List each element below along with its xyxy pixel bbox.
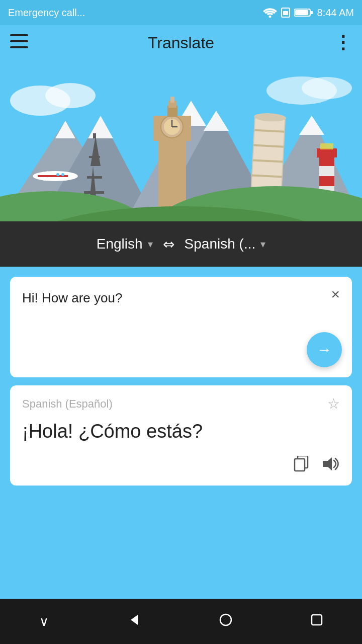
menu-icon[interactable] — [10, 34, 28, 52]
toolbar: Translate ⋮ — [0, 25, 362, 60]
svg-rect-50 — [320, 143, 333, 149]
svg-rect-7 — [10, 40, 28, 42]
svg-rect-28 — [89, 156, 100, 158]
hero-illustration — [0, 60, 362, 221]
output-language-label: Spanish (Español) — [22, 397, 113, 411]
svg-point-56 — [56, 173, 59, 176]
svg-point-13 — [302, 77, 352, 99]
home-nav-icon[interactable] — [219, 613, 233, 630]
svg-point-0 — [268, 16, 271, 18]
status-bar: Emergency call... 8:44 AM — [0, 0, 362, 25]
down-nav-icon[interactable]: ∨ — [39, 614, 49, 629]
speak-button[interactable] — [323, 456, 340, 475]
svg-rect-38 — [170, 97, 174, 103]
source-language-selector[interactable]: English ▾ — [97, 236, 153, 252]
target-language-label: Spanish (... — [185, 236, 256, 252]
sim-icon — [281, 8, 290, 18]
output-actions — [22, 456, 340, 475]
svg-rect-5 — [295, 10, 308, 15]
swap-languages-icon[interactable]: ⇔ — [163, 236, 174, 253]
svg-rect-4 — [311, 11, 313, 14]
svg-rect-62 — [295, 459, 305, 471]
svg-marker-63 — [323, 457, 332, 470]
target-lang-dropdown-icon: ▾ — [260, 238, 265, 250]
svg-rect-29 — [84, 191, 104, 194]
svg-rect-2 — [283, 11, 288, 15]
svg-rect-8 — [10, 46, 28, 48]
status-icons: 8:44 AM — [263, 7, 354, 19]
app-title: Translate — [148, 34, 214, 52]
output-card: Spanish (Español) ☆ ¡Hola! ¿Cómo estás? — [10, 385, 352, 486]
recent-apps-nav-icon[interactable] — [311, 614, 323, 629]
translated-text: ¡Hola! ¿Cómo estás? — [22, 419, 340, 444]
svg-rect-49 — [319, 176, 334, 186]
back-nav-icon[interactable] — [127, 613, 141, 630]
main-area: Hi! How are you? × → Spanish (Español) ☆… — [0, 267, 362, 486]
svg-rect-48 — [319, 156, 334, 166]
svg-rect-66 — [312, 615, 322, 625]
svg-point-65 — [220, 614, 231, 625]
source-lang-dropdown-icon: ▾ — [148, 238, 153, 250]
bottom-nav: ∨ — [0, 599, 362, 644]
language-bar: English ▾ ⇔ Spanish (... ▾ — [0, 221, 362, 267]
source-language-label: English — [97, 236, 143, 252]
svg-rect-6 — [10, 34, 28, 36]
svg-marker-64 — [131, 615, 138, 625]
translate-arrow-icon: → — [317, 341, 332, 358]
svg-point-11 — [45, 83, 96, 108]
svg-rect-27 — [87, 176, 102, 179]
wifi-icon — [263, 8, 277, 18]
translate-button[interactable]: → — [307, 332, 342, 367]
target-language-selector[interactable]: Spanish (... ▾ — [185, 236, 266, 252]
output-lang-header: Spanish (Español) ☆ — [22, 395, 340, 412]
battery-icon — [294, 8, 313, 17]
emergency-call-text: Emergency call... — [8, 7, 85, 19]
clear-button[interactable]: × — [331, 287, 340, 302]
svg-point-57 — [61, 173, 64, 176]
svg-rect-26 — [93, 133, 96, 138]
input-text[interactable]: Hi! How are you? — [22, 290, 122, 305]
favorite-button[interactable]: ☆ — [327, 395, 340, 412]
time-display: 8:44 AM — [317, 7, 354, 19]
copy-button[interactable] — [294, 456, 309, 475]
more-options-icon[interactable]: ⋮ — [334, 32, 352, 53]
input-card: Hi! How are you? × → — [10, 277, 352, 377]
